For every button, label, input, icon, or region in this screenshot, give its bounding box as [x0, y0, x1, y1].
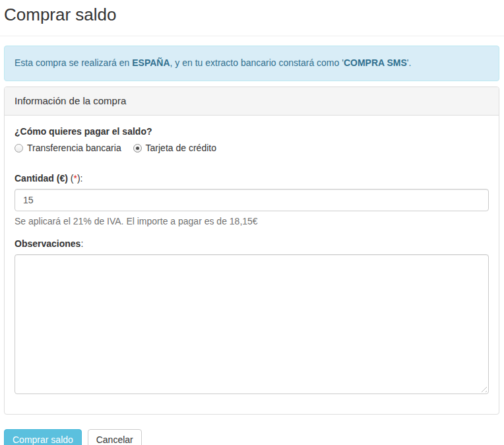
- panel-body: ¿Cómo quieres pagar el saldo? Transferen…: [5, 116, 499, 414]
- observations-textarea-wrap: [15, 254, 489, 394]
- panel-title: Información de la compra: [15, 95, 126, 106]
- purchase-page: Comprar saldo Esta compra se realizará e…: [0, 0, 504, 445]
- observations-colon: :: [80, 238, 83, 249]
- buy-balance-button[interactable]: Comprar saldo: [4, 429, 82, 445]
- observations-label: Observaciones:: [15, 238, 489, 251]
- amount-group: Cantidad (€) (*): Se aplicará el 21% de …: [15, 172, 489, 228]
- radio-unchecked-icon[interactable]: [15, 144, 23, 153]
- payment-options-row: Transferencia bancaria Tarjeta de crédit…: [15, 141, 489, 156]
- purchase-info-alert: Esta compra se realizará en ESPAÑA, y en…: [4, 46, 499, 81]
- panel-header: Información de la compra: [5, 87, 499, 115]
- radio-option-transferencia[interactable]: Transferencia bancaria: [15, 142, 121, 155]
- payment-question-label: ¿Cómo quieres pagar el saldo?: [15, 125, 489, 139]
- amount-label: Cantidad (€) (*):: [15, 172, 489, 186]
- radio-checked-icon[interactable]: [133, 144, 142, 153]
- title-divider: [0, 36, 504, 36]
- radio-option-label: Transferencia bancaria: [27, 142, 121, 155]
- amount-input[interactable]: [15, 189, 489, 211]
- payment-method-group: ¿Cómo quieres pagar el saldo? Transferen…: [15, 125, 489, 156]
- observations-label-text: Observaciones: [15, 238, 80, 249]
- alert-statement: COMPRA SMS: [344, 57, 407, 68]
- observations-textarea[interactable]: [15, 254, 489, 394]
- observations-group: Observaciones:: [15, 238, 489, 394]
- purchase-info-panel: Información de la compra ¿Cómo quieres p…: [4, 86, 499, 415]
- cancel-button[interactable]: Cancelar: [88, 429, 142, 445]
- required-close-paren: ):: [77, 173, 83, 184]
- radio-option-label: Tarjeta de crédito: [146, 142, 216, 155]
- page-title: Comprar saldo: [4, 0, 499, 27]
- alert-text-suffix: '.: [407, 57, 412, 68]
- alert-text-middle: , y en tu extracto bancario constará com…: [170, 57, 344, 68]
- alert-country: ESPAÑA: [132, 57, 170, 68]
- alert-text-prefix: Esta compra se realizará en: [15, 57, 132, 68]
- vat-help-text: Se aplicará el 21% de IVA. El importe a …: [15, 215, 489, 228]
- form-actions: Comprar saldo Cancelar: [4, 429, 499, 445]
- amount-label-text: Cantidad (€): [15, 173, 68, 184]
- radio-option-tarjeta[interactable]: Tarjeta de crédito: [133, 142, 216, 155]
